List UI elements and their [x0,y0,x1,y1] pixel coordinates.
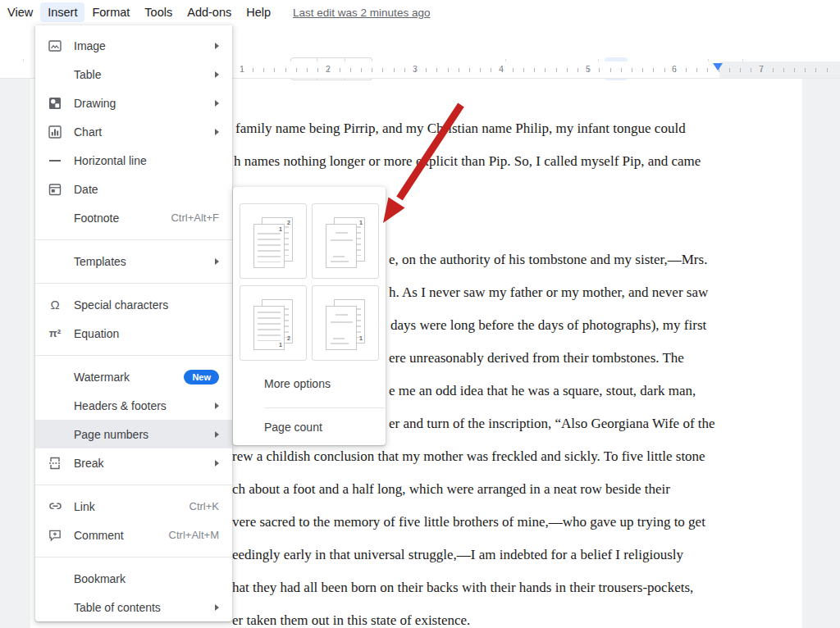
doc-line: eedingly early in that universal struggl… [232,547,683,563]
thumbnail-front-page: 1 [253,306,285,350]
page-number-option-footer-skip-first[interactable]: 1 [312,285,379,361]
menu-item-table-of-contents[interactable]: Table of contents [35,593,232,621]
page-line [336,232,348,234]
page-break-icon [47,455,63,471]
menu-insert[interactable]: Insert [40,2,84,22]
submenu-separator [264,407,386,408]
menu-item-watermark[interactable]: Watermark New [35,362,232,391]
page-number-option-header-all-pages[interactable]: 2 1 [240,203,307,279]
page-line [336,314,348,316]
submenu-arrow-icon [215,100,219,107]
menu-item-horizontal-line[interactable]: Horizontal line [35,146,232,175]
menu-tools[interactable]: Tools [137,2,180,22]
menu-item-page-numbers[interactable]: Page numbers [35,420,232,448]
doc-line: h. As I never saw my father or my mother… [389,284,708,301]
chart-icon [47,124,63,140]
doc-line: vere sacred to the memory of five little… [232,514,705,530]
ruler-number: 3 [413,64,418,74]
menu-item-special-characters[interactable]: Ω Special characters [35,290,232,319]
last-edit-link[interactable]: Last edit was 2 minutes ago [293,7,430,19]
doc-line: er and turn of the inscription, “Also Ge… [389,416,715,432]
menu-item-comment[interactable]: Comment Ctrl+Alt+M [35,521,232,549]
doc-line: er taken them out in this state of exist… [232,612,470,628]
image-icon [47,38,63,54]
red-annotation-arrow [358,98,473,234]
page-lines [258,233,281,262]
menu-item-date[interactable]: Date [35,175,232,203]
submenu-arrow-icon [215,604,219,611]
page-line [331,261,349,262]
thumbnail-front-page: 1 [253,224,285,268]
google-docs-window: family name being Pirrip, and my Christi… [0,0,840,628]
menu-item-drawing[interactable]: Drawing [35,89,232,117]
menu-separator [35,355,232,356]
doc-line: hat they had all been born on their back… [232,580,693,596]
thumbnail-front-page [326,306,357,350]
submenu-arrow-icon [215,43,219,49]
submenu-arrow-icon [215,460,219,466]
page-line [331,321,353,323]
doc-line: rew a childish conclusion that my mother… [232,448,705,465]
ruler-number: 4 [499,64,504,74]
menu-addons[interactable]: Add-ons [180,2,239,22]
menu-item-footnote[interactable]: Footnote Ctrl+Alt+F [35,203,232,232]
doc-line: days were long before the days of photog… [390,317,706,334]
doc-line: e, on the authority of his tombstone and… [389,252,707,268]
page-lines [258,312,281,341]
ruler-number: 5 [586,64,591,74]
menu-item-image[interactable]: Image [35,31,232,60]
page-number-option-footer-all-pages[interactable]: 2 1 [240,285,307,361]
empty-icon-slot [47,398,63,414]
page-line [331,239,353,241]
menu-view[interactable]: View [0,2,40,22]
menu-item-table[interactable]: Table [35,60,232,89]
right-indent-marker[interactable] [713,63,723,71]
insert-dropdown-menu: Image Table Drawing Chart Horizontal lin… [35,25,232,621]
link-icon [47,498,63,515]
new-badge: New [184,370,219,385]
more-options-item[interactable]: More options [233,369,386,398]
menu-item-chart[interactable]: Chart [35,117,232,146]
doc-line: ch about a foot and a half long, which w… [232,481,670,498]
empty-icon-slot [47,599,63,616]
page-line [333,338,345,339]
doc-line: e me an odd idea that he was a square, s… [389,383,696,399]
page-line [331,343,349,344]
menu-separator [35,283,232,284]
empty-icon-slot [47,571,63,587]
menu-bar: View Insert Format Tools Add-ons Help La… [0,0,840,25]
horizontal-line-icon [47,152,63,169]
submenu-arrow-icon [215,129,219,135]
empty-icon-slot [47,369,63,385]
drawing-icon [47,95,63,111]
doc-line: ere unreasonably derived from their tomb… [389,350,684,366]
menu-help[interactable]: Help [239,2,278,22]
comment-icon [47,527,63,544]
ruler-number: 7 [759,64,764,74]
menu-separator [35,485,232,485]
menu-format[interactable]: Format [84,2,137,22]
date-icon [47,181,63,198]
menu-separator [35,557,232,557]
submenu-arrow-icon [215,71,219,78]
page-line [333,256,345,257]
menu-item-headers-footers[interactable]: Headers & footers [35,391,232,420]
menu-item-equation[interactable]: π² Equation [35,319,232,348]
submenu-arrow-icon [215,403,219,409]
empty-icon-slot [47,210,63,226]
menu-item-templates[interactable]: Templates [35,247,232,275]
menu-item-break[interactable]: Break [35,448,232,477]
ruler-number: 1 [240,64,244,74]
ruler-number: 2 [326,64,331,74]
empty-icon-slot [47,253,63,270]
submenu-arrow-icon [215,258,219,265]
menu-item-bookmark[interactable]: Bookmark [35,564,232,593]
menu-item-link[interactable]: Link Ctrl+K [35,492,232,521]
empty-icon-slot [47,66,63,83]
pi-squared-icon: π² [47,325,63,342]
menu-separator [35,239,232,240]
submenu-arrow-icon [215,431,219,438]
empty-icon-slot [47,426,63,443]
page-count-item[interactable]: Page count [233,412,386,441]
ruler-number: 6 [672,64,677,74]
